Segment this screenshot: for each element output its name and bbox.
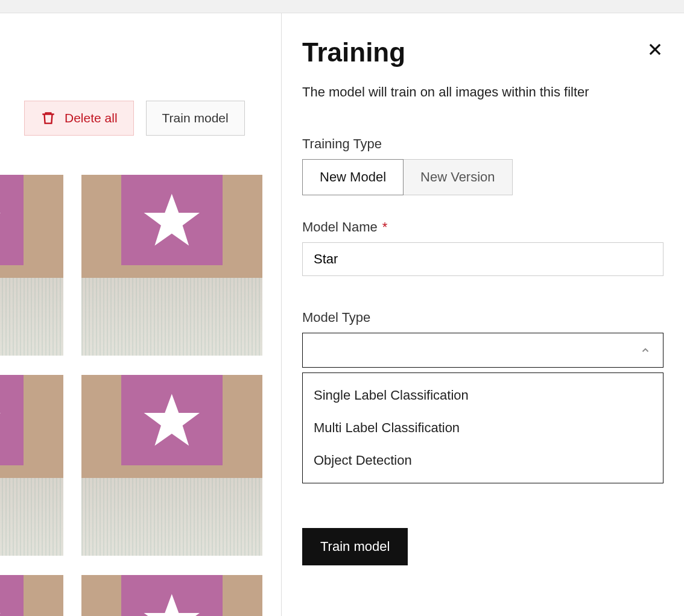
model-name-label: Model Name * bbox=[302, 219, 663, 235]
training-type-new-model[interactable]: New Model bbox=[302, 159, 404, 195]
gallery-column: Delete all Train model bbox=[0, 13, 282, 616]
chevron-up-icon bbox=[640, 345, 651, 356]
close-icon bbox=[647, 41, 663, 58]
panel-description: The model will train on all images withi… bbox=[302, 84, 663, 100]
gallery-thumb[interactable] bbox=[81, 375, 262, 556]
gallery-thumb[interactable] bbox=[0, 375, 63, 556]
model-type-label: Model Type bbox=[302, 310, 663, 325]
gallery-thumb[interactable] bbox=[81, 175, 262, 356]
training-panel: Training The model will train on all ima… bbox=[282, 13, 684, 616]
main-split: Delete all Train model Training The mode… bbox=[0, 13, 684, 616]
training-type-new-version[interactable]: New Version bbox=[403, 159, 513, 195]
model-type-option-multi[interactable]: Multi Label Classification bbox=[303, 412, 663, 444]
window-titlebar bbox=[0, 0, 684, 13]
model-type-option-object[interactable]: Object Detection bbox=[303, 444, 663, 477]
model-name-input[interactable] bbox=[302, 242, 663, 276]
svg-marker-4 bbox=[0, 594, 1, 616]
train-model-button-left[interactable]: Train model bbox=[146, 101, 245, 136]
gallery-thumb[interactable] bbox=[81, 575, 262, 616]
model-type-option-single[interactable]: Single Label Classification bbox=[303, 379, 663, 412]
gallery-thumb[interactable] bbox=[0, 175, 63, 356]
training-type-label: Training Type bbox=[302, 136, 663, 152]
panel-title: Training bbox=[302, 37, 663, 68]
svg-marker-3 bbox=[144, 394, 200, 445]
svg-marker-5 bbox=[144, 594, 200, 616]
svg-marker-0 bbox=[0, 193, 1, 245]
trash-icon bbox=[40, 109, 56, 127]
train-left-label: Train model bbox=[162, 111, 229, 125]
gallery-thumb[interactable] bbox=[0, 575, 63, 616]
training-type-segment: New Model New Version bbox=[302, 159, 663, 195]
delete-all-label: Delete all bbox=[65, 111, 118, 125]
svg-marker-1 bbox=[144, 193, 200, 245]
gallery-action-row: Delete all Train model bbox=[24, 101, 245, 136]
required-indicator: * bbox=[382, 219, 388, 235]
model-type-select[interactable] bbox=[302, 333, 663, 368]
train-model-submit-button[interactable]: Train model bbox=[302, 528, 408, 565]
close-button[interactable] bbox=[647, 41, 663, 60]
model-type-dropdown: Single Label Classification Multi Label … bbox=[302, 372, 663, 483]
svg-marker-2 bbox=[0, 394, 1, 445]
delete-all-button[interactable]: Delete all bbox=[24, 101, 134, 136]
